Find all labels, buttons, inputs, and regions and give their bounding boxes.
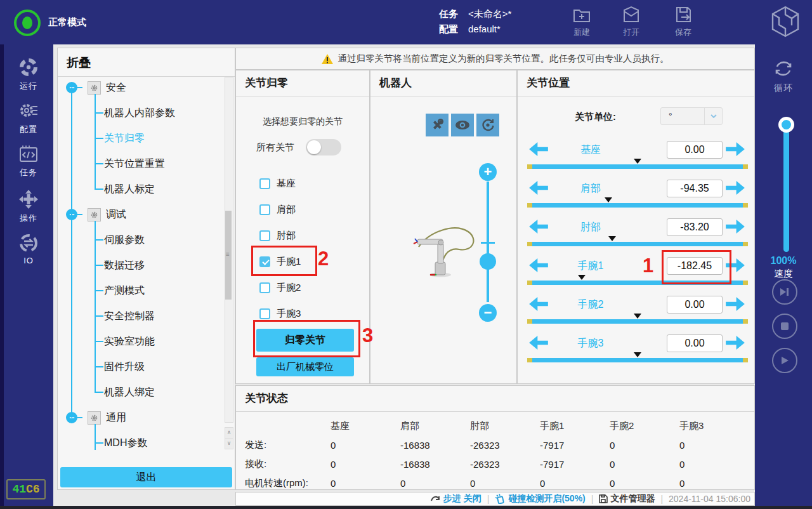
- tree-group-调试[interactable]: − 调试: [66, 208, 126, 221]
- tree-group-label: 调试: [106, 208, 126, 221]
- save-button[interactable]: 保存: [665, 5, 702, 38]
- sidebar-item-task[interactable]: 任务: [4, 145, 53, 178]
- joint-value-field[interactable]: -94.35: [667, 180, 723, 197]
- warning-icon: [322, 54, 333, 64]
- joint-slider[interactable]: [527, 358, 748, 362]
- jog-minus-arrow[interactable]: [529, 220, 548, 235]
- checkbox-unchecked-icon[interactable]: [259, 308, 270, 319]
- zero-joints-button[interactable]: 归零关节: [256, 329, 354, 352]
- joint-slider[interactable]: [527, 319, 748, 324]
- joint-name-link[interactable]: 基座: [556, 143, 625, 157]
- joint-value-field[interactable]: 0.00: [667, 296, 723, 314]
- jog-plus-arrow[interactable]: [726, 220, 745, 235]
- sidebar-item-run[interactable]: 运行: [4, 57, 53, 92]
- factory-zero-button[interactable]: 出厂机械零位: [256, 357, 354, 376]
- status-cell: -26323: [470, 459, 540, 470]
- joint-checkbox-row-肩部[interactable]: 肩部: [259, 203, 296, 216]
- tree-item-固件升级[interactable]: 固件升级: [104, 360, 145, 373]
- tree-scrollbar-thumb[interactable]: [225, 211, 232, 300]
- joint-value-field[interactable]: 0.00: [667, 334, 723, 352]
- joint-checkbox-row-手腕2[interactable]: 手腕2: [259, 281, 301, 294]
- joint-name-link[interactable]: 肘部: [556, 221, 625, 234]
- tree-item-机器人绑定[interactable]: 机器人绑定: [104, 386, 155, 399]
- all-joints-toggle[interactable]: [306, 139, 341, 155]
- jog-plus-arrow[interactable]: [726, 297, 745, 312]
- joint-unit-dropdown[interactable]: °: [660, 107, 723, 125]
- jog-minus-arrow[interactable]: [529, 336, 548, 351]
- speed-slider-handle[interactable]: [778, 117, 794, 133]
- joint-checkbox-row-基座[interactable]: 基座: [259, 177, 296, 190]
- checkbox-checked-icon[interactable]: [259, 256, 270, 267]
- joint-value-field[interactable]: 0.00: [667, 141, 723, 159]
- play-button[interactable]: [772, 348, 797, 373]
- tree-item-MDH参数[interactable]: MDH参数: [104, 437, 147, 449]
- zoom-in-button[interactable]: +: [479, 163, 497, 181]
- exit-button[interactable]: 退出: [60, 467, 232, 487]
- step-mode-item[interactable]: 步进 关闭: [431, 493, 481, 505]
- scroll-down-button[interactable]: ∨: [225, 438, 233, 449]
- robot-visibility-button[interactable]: [451, 114, 474, 136]
- open-button[interactable]: 打开: [613, 5, 650, 38]
- tree-item-产测模式[interactable]: 产测模式: [104, 284, 145, 297]
- sidebar-item-label: 配置: [20, 124, 37, 135]
- tree-item-数据迁移[interactable]: 数据迁移: [104, 259, 145, 272]
- left-sidebar: 运行 配置 任务 操作: [0, 44, 53, 506]
- tree-group-安全[interactable]: − 安全: [66, 81, 126, 94]
- collision-detect-item[interactable]: 碰撞检测开启(50%): [495, 493, 585, 505]
- checkbox-unchecked-icon[interactable]: [259, 282, 270, 293]
- jog-plus-arrow[interactable]: [726, 142, 745, 157]
- joint-checkbox-row-手腕3[interactable]: 手腕3: [259, 307, 301, 320]
- loop-icon[interactable]: [773, 58, 794, 79]
- tree-item-关节归零[interactable]: 关节归零: [104, 132, 145, 145]
- tree-item-伺服参数[interactable]: 伺服参数: [104, 234, 145, 246]
- stop-button[interactable]: [772, 314, 797, 339]
- new-button[interactable]: 新建: [563, 5, 600, 38]
- tree-group-通用[interactable]: − 通用: [66, 411, 126, 424]
- joint-name-link[interactable]: 肩部: [556, 182, 625, 195]
- checkbox-unchecked-icon[interactable]: [259, 178, 270, 189]
- jog-plus-arrow[interactable]: [726, 336, 745, 351]
- scroll-up-button[interactable]: ∧: [225, 427, 233, 439]
- config-value: default*: [468, 23, 501, 34]
- joint-value-field[interactable]: -83.20: [667, 218, 723, 236]
- sidebar-item-io[interactable]: IO: [4, 234, 53, 265]
- joint-slider[interactable]: [527, 203, 748, 208]
- jog-minus-arrow[interactable]: [529, 258, 548, 274]
- view-zoom-handle[interactable]: [480, 253, 496, 270]
- joint-checkbox-row-手腕1[interactable]: 手腕1: [259, 255, 301, 268]
- checkbox-unchecked-icon[interactable]: [259, 230, 270, 241]
- tree-item-关节位置重置[interactable]: 关节位置重置: [104, 157, 165, 170]
- jog-minus-arrow[interactable]: [529, 142, 548, 157]
- robot-rotate-view-button[interactable]: [476, 114, 499, 136]
- jog-plus-arrow[interactable]: [726, 258, 745, 274]
- checkbox-unchecked-icon[interactable]: [259, 204, 270, 215]
- sidebar-item-config[interactable]: 配置: [4, 100, 53, 135]
- joint-slider[interactable]: [527, 164, 748, 169]
- joint-slider[interactable]: [527, 281, 748, 285]
- file-manager-item[interactable]: 文件管理器: [599, 493, 655, 505]
- joint-name-link[interactable]: 手腕3: [556, 337, 625, 350]
- robot-arm-preview[interactable]: [410, 221, 483, 280]
- step-next-button[interactable]: [772, 279, 797, 305]
- joint-name-link[interactable]: 手腕1: [556, 260, 625, 273]
- jog-minus-arrow[interactable]: [529, 181, 548, 196]
- joint-unit-label: 关节单位:: [546, 111, 616, 123]
- tree-item-安全控制器[interactable]: 安全控制器: [104, 310, 155, 322]
- joint-slider[interactable]: [527, 242, 748, 246]
- sidebar-item-operate[interactable]: 操作: [4, 189, 53, 224]
- collapse-header[interactable]: 折叠: [58, 48, 235, 77]
- tree-item-机器人标定[interactable]: 机器人标定: [104, 183, 155, 195]
- joint-value-field[interactable]: -182.45: [667, 257, 723, 275]
- speed-slider[interactable]: [783, 122, 789, 252]
- joint-name-link[interactable]: 手腕2: [556, 298, 625, 312]
- jog-minus-arrow[interactable]: [529, 297, 548, 312]
- tree-item-实验室功能[interactable]: 实验室功能: [104, 335, 155, 348]
- tree-scrollbar[interactable]: [225, 77, 233, 423]
- robot-tools-button[interactable]: [426, 114, 449, 136]
- jog-plus-arrow[interactable]: [726, 181, 745, 196]
- sidebar-item-label: IO: [23, 256, 34, 265]
- joint-checkbox-row-肘部[interactable]: 肘部: [259, 229, 296, 242]
- tree-item-机器人内部参数[interactable]: 机器人内部参数: [104, 107, 175, 119]
- zoom-out-button[interactable]: −: [479, 304, 497, 322]
- file-manager-icon: [599, 494, 608, 503]
